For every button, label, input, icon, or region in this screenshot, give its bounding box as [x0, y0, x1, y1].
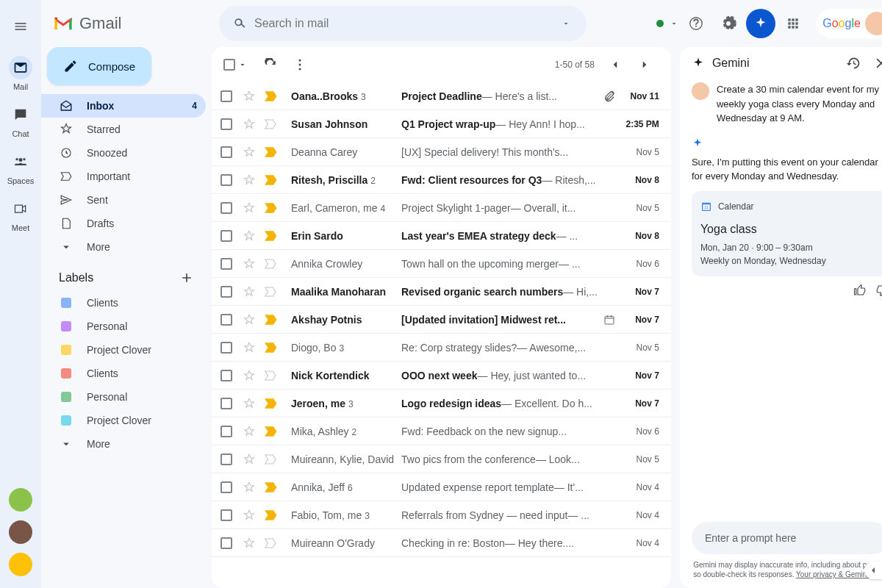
email-row[interactable]: Ritesh, Priscilla2Fwd: Client resources …: [212, 166, 671, 194]
email-checkbox[interactable]: [220, 174, 232, 186]
main-menu-button[interactable]: [3, 9, 38, 44]
search-input[interactable]: [254, 17, 551, 30]
email-row[interactable]: Annika, Jeff6Updated expense report temp…: [212, 473, 671, 501]
important-marker-icon[interactable]: [265, 510, 278, 520]
star-button[interactable]: [243, 369, 257, 382]
star-button[interactable]: [243, 481, 257, 494]
email-checkbox[interactable]: [220, 342, 232, 354]
compose-button[interactable]: Compose: [47, 47, 151, 85]
search-options-button[interactable]: [551, 19, 581, 28]
email-row[interactable]: Oana..Brooks3Project DeadlineHere's a li…: [212, 82, 671, 110]
label-item[interactable]: Clients: [41, 291, 206, 315]
email-row[interactable]: Jeroen, me3Logo redesign ideasExcellent.…: [212, 390, 671, 417]
email-checkbox[interactable]: [220, 509, 232, 521]
star-button[interactable]: [243, 173, 257, 187]
star-button[interactable]: [243, 397, 257, 410]
star-button[interactable]: [243, 201, 257, 215]
email-checkbox[interactable]: [220, 286, 232, 298]
important-marker-icon[interactable]: [265, 175, 278, 185]
nav-more[interactable]: More: [41, 235, 206, 259]
nav-inbox[interactable]: Inbox4: [41, 94, 206, 118]
email-row[interactable]: Mika, Ashley2Fwd: Feedback on the new si…: [212, 417, 671, 445]
rail-meet[interactable]: Meet: [0, 191, 41, 238]
nav-snoozed[interactable]: Snoozed: [41, 141, 206, 165]
important-marker-icon[interactable]: [265, 343, 278, 353]
email-checkbox[interactable]: [220, 230, 232, 242]
important-marker-icon[interactable]: [265, 203, 278, 213]
nav-drafts[interactable]: Drafts: [41, 212, 206, 235]
label-item[interactable]: Project Clover: [41, 409, 206, 432]
refresh-button[interactable]: [256, 50, 285, 79]
thumbs-down-button[interactable]: [875, 284, 882, 297]
star-button[interactable]: [243, 537, 257, 550]
email-checkbox[interactable]: [220, 398, 232, 409]
star-button[interactable]: [243, 341, 257, 354]
star-button[interactable]: [243, 313, 257, 326]
star-button[interactable]: [243, 453, 257, 466]
select-dropdown[interactable]: [238, 60, 247, 69]
email-row[interactable]: Erin SardoLast year's EMEA strategy deck…: [212, 222, 671, 250]
email-row[interactable]: Muireann O'GradyChecking in re: BostonHe…: [212, 529, 671, 557]
settings-button[interactable]: [714, 9, 743, 38]
email-row[interactable]: Muireann, Kylie, DavidTwo pics from the …: [212, 445, 671, 473]
rail-spaces[interactable]: Spaces: [0, 144, 41, 191]
thumbs-up-button[interactable]: [853, 284, 867, 297]
email-row[interactable]: Deanna Carey[UX] Special delivery! This …: [212, 138, 671, 166]
label-item[interactable]: Personal: [41, 385, 206, 409]
important-marker-icon[interactable]: [265, 315, 278, 325]
email-checkbox[interactable]: [220, 118, 232, 130]
email-checkbox[interactable]: [220, 202, 232, 214]
prev-page-button[interactable]: [600, 50, 630, 79]
important-marker-icon[interactable]: [265, 147, 278, 157]
important-marker-icon[interactable]: [265, 119, 278, 129]
star-button[interactable]: [243, 285, 257, 298]
email-row[interactable]: Earl, Cameron, me4Project Skylight 1-pag…: [212, 194, 671, 222]
email-checkbox[interactable]: [220, 258, 232, 270]
important-marker-icon[interactable]: [265, 91, 278, 101]
label-item[interactable]: Clients: [41, 362, 206, 385]
nav-important[interactable]: Important: [41, 165, 206, 188]
email-row[interactable]: Diogo, Bo3Re: Corp strategy slides?Aweso…: [212, 334, 671, 362]
apps-button[interactable]: [778, 9, 808, 38]
important-marker-icon[interactable]: [265, 231, 278, 241]
email-checkbox[interactable]: [220, 481, 232, 493]
gemini-button[interactable]: [746, 9, 775, 38]
email-row[interactable]: Susan JohnsonQ1 Project wrap-upHey Ann! …: [212, 110, 671, 138]
account-chip[interactable]: Google: [817, 9, 882, 38]
important-marker-icon[interactable]: [265, 454, 278, 465]
label-item[interactable]: Project Clover: [41, 338, 206, 362]
important-marker-icon[interactable]: [265, 259, 278, 269]
email-checkbox[interactable]: [220, 453, 232, 465]
star-button[interactable]: [243, 229, 257, 243]
star-button[interactable]: [243, 509, 257, 522]
important-marker-icon[interactable]: [265, 538, 278, 548]
email-row[interactable]: Maalika ManoharanRevised organic search …: [212, 278, 671, 306]
star-button[interactable]: [243, 90, 257, 103]
important-marker-icon[interactable]: [265, 426, 278, 437]
next-page-button[interactable]: [630, 50, 659, 79]
nav-starred[interactable]: Starred: [41, 118, 206, 141]
nav-sent[interactable]: Sent: [41, 188, 206, 212]
star-button[interactable]: [243, 257, 257, 270]
chat-contact-avatar[interactable]: [9, 488, 32, 512]
gemini-history-button[interactable]: [846, 56, 861, 71]
important-marker-icon[interactable]: [265, 287, 278, 297]
email-row[interactable]: Fabio, Tom, me3Referrals from Sydney — n…: [212, 501, 671, 529]
label-item[interactable]: Personal: [41, 315, 206, 338]
search-bar[interactable]: [219, 6, 587, 41]
email-checkbox[interactable]: [220, 426, 232, 437]
email-checkbox[interactable]: [220, 370, 232, 381]
rail-chat[interactable]: Chat: [0, 97, 41, 144]
add-label-button[interactable]: [179, 270, 194, 285]
important-marker-icon[interactable]: [265, 482, 278, 492]
more-actions-button[interactable]: [285, 50, 315, 79]
email-checkbox[interactable]: [220, 90, 232, 102]
email-checkbox[interactable]: [220, 537, 232, 549]
support-button[interactable]: [681, 9, 711, 38]
star-button[interactable]: [243, 146, 257, 159]
email-checkbox[interactable]: [220, 314, 232, 326]
rail-mail[interactable]: Mail: [0, 50, 41, 97]
important-marker-icon[interactable]: [265, 398, 278, 409]
select-all-checkbox[interactable]: [223, 59, 235, 71]
star-button[interactable]: [243, 425, 257, 438]
